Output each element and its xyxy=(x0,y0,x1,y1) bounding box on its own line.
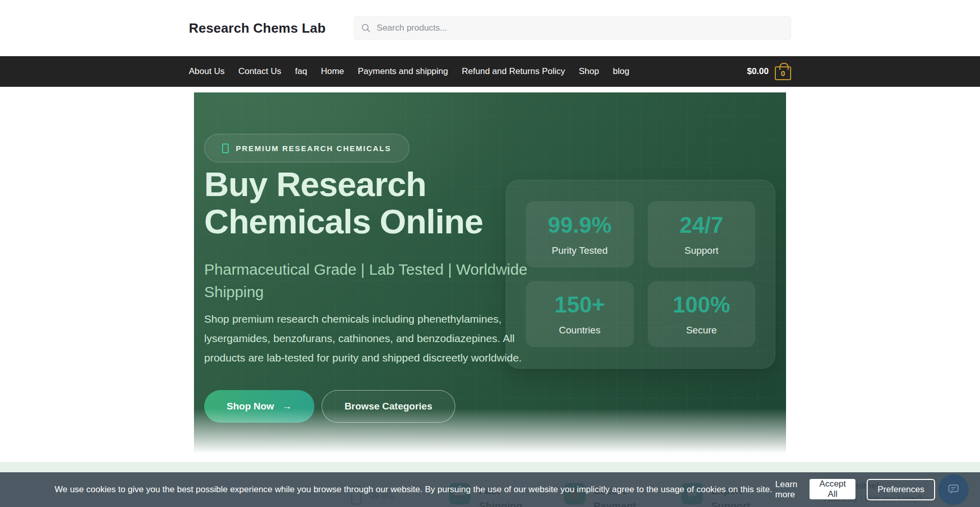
stat-label: Secure xyxy=(686,325,717,336)
cookie-consent-bar: We use cookies to give you the best poss… xyxy=(0,472,980,507)
accept-all-button[interactable]: Accept All xyxy=(810,479,855,499)
cart-button[interactable]: $0.00 0 xyxy=(747,63,791,80)
preferences-button[interactable]: Preferences xyxy=(867,479,935,500)
nav-item-blog[interactable]: blog xyxy=(613,66,629,76)
hero-subtitle: Pharmaceutical Grade | Lab Tested | Worl… xyxy=(204,258,531,303)
site-logo[interactable]: Research Chems Lab xyxy=(189,20,326,36)
stat-label: Purity Tested xyxy=(552,245,607,256)
hero-badge-label: PREMIUM RESEARCH CHEMICALS xyxy=(236,144,391,153)
learn-more-link[interactable]: Learn more xyxy=(775,479,797,500)
site-header: Research Chems Lab xyxy=(0,0,980,56)
cookie-buttons: Accept All Preferences xyxy=(810,479,935,500)
cart-total: $0.00 xyxy=(747,66,769,77)
stat-label: Support xyxy=(684,245,719,256)
cookie-message: We use cookies to give you the best poss… xyxy=(55,485,772,495)
search-bar xyxy=(354,16,791,40)
flask-glyph-icon xyxy=(222,143,229,153)
arrow-right-icon: → xyxy=(282,401,292,412)
stat-value: 100% xyxy=(673,292,730,318)
nav-item-faq[interactable]: faq xyxy=(295,66,307,76)
stat-value: 150+ xyxy=(554,292,605,318)
stat-card-countries: 150+ Countries xyxy=(526,281,634,348)
hero-cta-row: Shop Now → Browse Categories xyxy=(204,390,455,423)
nav-item-home[interactable]: Home xyxy=(321,66,344,76)
shop-now-button[interactable]: Shop Now → xyxy=(204,390,314,423)
stats-panel: 99.9% Purity Tested 24/7 Support 150+ Co… xyxy=(506,180,775,369)
browse-categories-button[interactable]: Browse Categories xyxy=(322,390,455,423)
nav-list: About Us Contact Us faq Home Payments an… xyxy=(189,66,629,77)
stat-value: 24/7 xyxy=(679,212,723,238)
stat-value: 99.9% xyxy=(548,212,611,238)
hero-description: Shop premium research chemicals includin… xyxy=(204,309,536,368)
page: Research Chems Lab About Us Contact Us f… xyxy=(0,0,980,507)
nav-item-shop[interactable]: Shop xyxy=(579,66,599,76)
shop-now-label: Shop Now xyxy=(227,401,274,412)
nav-item-about-us[interactable]: About Us xyxy=(189,66,225,76)
stat-card-secure: 100% Secure xyxy=(648,281,756,348)
nav-item-refund-policy[interactable]: Refund and Returns Policy xyxy=(462,66,565,76)
nav-item-payments-shipping[interactable]: Payments and shipping xyxy=(358,66,448,76)
nav-item-contact-us[interactable]: Contact Us xyxy=(238,66,281,76)
cart-count: 0 xyxy=(781,69,785,78)
stat-label: Countries xyxy=(559,325,600,336)
search-input[interactable] xyxy=(354,16,791,40)
search-icon xyxy=(361,23,371,33)
chat-bubble-icon xyxy=(947,484,960,496)
cart-bag-icon: 0 xyxy=(775,66,791,80)
hero-section: PREMIUM RESEARCH CHEMICALS Buy Research … xyxy=(194,92,786,457)
section-divider-band xyxy=(0,462,980,473)
hero-badge: PREMIUM RESEARCH CHEMICALS xyxy=(204,134,409,162)
stat-card-support: 24/7 Support xyxy=(648,201,756,268)
chat-widget-button[interactable] xyxy=(938,474,969,505)
stat-card-purity: 99.9% Purity Tested xyxy=(526,201,634,268)
main-nav: About Us Contact Us faq Home Payments an… xyxy=(0,56,980,87)
hero-title: Buy Research Chemicals Online xyxy=(204,165,536,240)
